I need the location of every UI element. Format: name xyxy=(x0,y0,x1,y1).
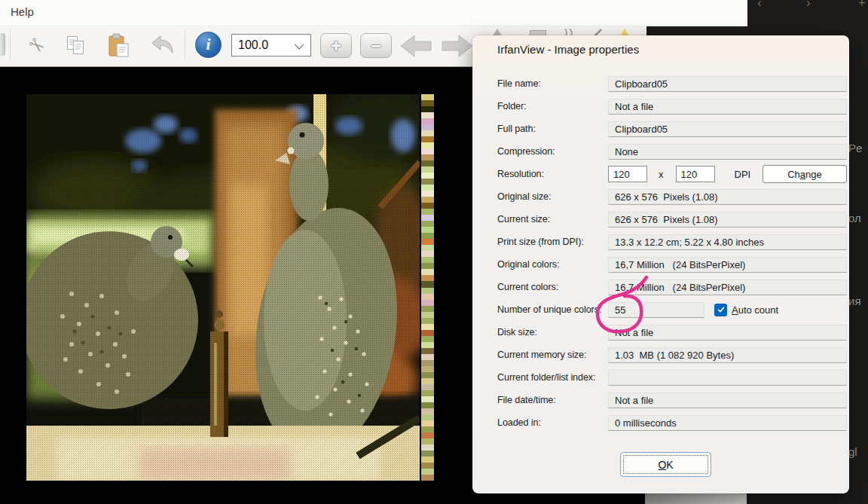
color-strip-band xyxy=(421,197,434,203)
paste-icon xyxy=(108,33,130,57)
color-strip-band xyxy=(421,451,434,457)
property-label: File name: xyxy=(497,78,608,89)
unique-colors-field[interactable]: 55 xyxy=(608,302,704,318)
color-strip-band xyxy=(421,324,434,330)
property-label: Current colors: xyxy=(497,282,608,292)
property-label: Number of unique colors: xyxy=(497,304,608,315)
color-strip-band xyxy=(421,444,434,451)
color-strip-band xyxy=(421,94,434,100)
property-field[interactable]: 626 x 576 Pixels (1.08) xyxy=(608,189,847,205)
property-row-10: Number of unique colors:55Auto count xyxy=(497,298,847,321)
resolution-separator: x xyxy=(659,169,664,180)
zoom-in-button[interactable]: + xyxy=(320,33,352,58)
auto-count-label: Auto count xyxy=(732,304,778,316)
property-field[interactable]: 626 x 576 Pixels (1.08) xyxy=(608,212,847,228)
background-back-icon: ‹ xyxy=(757,0,762,11)
color-strip-band xyxy=(421,402,434,408)
color-strip-band xyxy=(421,475,434,481)
resolution-x-input[interactable] xyxy=(608,166,647,182)
property-field[interactable]: 1.03 MB (1 082 920 Bytes) xyxy=(608,347,847,363)
screen: ‹ › + Pe ол ия gl xyxy=(0,0,868,504)
palette-strip xyxy=(421,94,434,481)
properties-rows: File name:Clipboard05Folder:Not a fileFu… xyxy=(497,72,847,434)
dialog-title: IrfanView - Image properties xyxy=(497,43,639,56)
property-label: Compression: xyxy=(497,146,608,157)
color-strip-band xyxy=(421,372,434,378)
undo-button[interactable] xyxy=(147,31,176,60)
check-icon xyxy=(717,305,726,314)
color-strip-band xyxy=(421,457,434,463)
color-strip-band xyxy=(421,118,434,124)
color-strip-band xyxy=(421,142,434,148)
zoom-level-select[interactable]: 100.0 xyxy=(231,34,311,57)
change-label-post: nge xyxy=(805,169,822,180)
color-strip-band xyxy=(421,469,434,475)
property-row-3: Compression:None xyxy=(497,140,847,163)
next-image-button[interactable] xyxy=(441,32,474,63)
property-field[interactable]: Not a file xyxy=(608,325,847,341)
copy-icon xyxy=(66,35,86,55)
property-label: Folder: xyxy=(497,101,608,111)
color-strip-band xyxy=(421,396,434,402)
color-strip-band xyxy=(421,432,434,438)
property-row-8: Original colors:16,7 Million (24 BitsPer… xyxy=(497,253,847,276)
property-field[interactable]: None xyxy=(608,144,847,160)
property-label: File date/time: xyxy=(497,395,608,405)
auto-count-label-text: uto count xyxy=(738,304,779,316)
auto-count-checkbox[interactable] xyxy=(714,304,727,316)
property-field[interactable]: Not a file xyxy=(608,393,847,408)
zoom-out-button[interactable]: − xyxy=(360,33,392,58)
property-field[interactable]: Not a file xyxy=(608,99,847,115)
color-strip-band xyxy=(421,354,434,360)
menu-bar: Help xyxy=(0,0,747,26)
minus-icon: − xyxy=(371,37,381,55)
copy-button[interactable] xyxy=(62,31,90,60)
menu-help[interactable]: Help xyxy=(11,5,34,18)
color-strip-band xyxy=(421,215,434,221)
property-field[interactable]: Clipboard05 xyxy=(608,121,847,137)
color-strip-band xyxy=(421,233,434,239)
color-strip-band xyxy=(421,312,434,318)
dpi-label: DPI xyxy=(735,169,751,180)
property-label: Original size: xyxy=(497,191,608,202)
plus-icon: + xyxy=(331,37,341,55)
ok-label-mnemonic: O xyxy=(658,459,666,471)
previous-image-button[interactable] xyxy=(399,32,432,63)
color-strip-band xyxy=(421,148,434,154)
color-strip-band xyxy=(421,390,434,396)
property-label: Current size: xyxy=(497,214,608,225)
color-strip-band xyxy=(421,185,434,191)
color-strip-band xyxy=(421,294,434,300)
property-row-9: Current colors:16,7 Million (24 BitsPerP… xyxy=(497,276,847,298)
paste-button[interactable] xyxy=(105,31,133,60)
color-strip-band xyxy=(421,420,434,426)
property-field[interactable]: 0 milliseconds xyxy=(608,415,847,431)
color-strip-band xyxy=(421,203,434,209)
background-text-fragment: Pe xyxy=(848,142,862,154)
color-strip-band xyxy=(421,281,434,287)
color-strip-band xyxy=(421,209,434,215)
arrow-left-icon xyxy=(399,32,432,60)
color-strip-band xyxy=(421,130,434,136)
color-strip-band xyxy=(421,124,434,130)
color-strip-band xyxy=(421,221,434,227)
arrow-right-icon xyxy=(441,32,474,60)
property-field[interactable]: Clipboard05 xyxy=(608,76,847,92)
resolution-y-input[interactable] xyxy=(676,166,715,182)
cut-button[interactable]: ✂ xyxy=(22,31,50,60)
scissors-icon: ✂ xyxy=(23,32,50,59)
color-strip-band xyxy=(421,426,434,432)
property-field[interactable]: 16,7 Million (24 BitsPerPixel) xyxy=(608,279,847,295)
change-button[interactable]: Change xyxy=(763,165,847,183)
property-field[interactable]: 13.3 x 12.2 cm; 5.22 x 4.80 inches xyxy=(608,234,847,250)
image-properties-button[interactable]: i xyxy=(195,32,222,58)
property-field[interactable] xyxy=(608,370,847,386)
property-field[interactable]: 16,7 Million (24 BitsPerPixel) xyxy=(608,257,847,273)
property-row-12: Current memory size:1.03 MB (1 082 920 B… xyxy=(497,344,847,366)
color-strip-band xyxy=(421,154,434,160)
property-label: Print size (from DPI): xyxy=(497,237,608,247)
clipped-toolbar-icon xyxy=(0,33,5,56)
property-label: Current memory size: xyxy=(497,350,608,360)
color-strip-band xyxy=(421,330,434,336)
ok-button[interactable]: OK xyxy=(620,452,711,477)
